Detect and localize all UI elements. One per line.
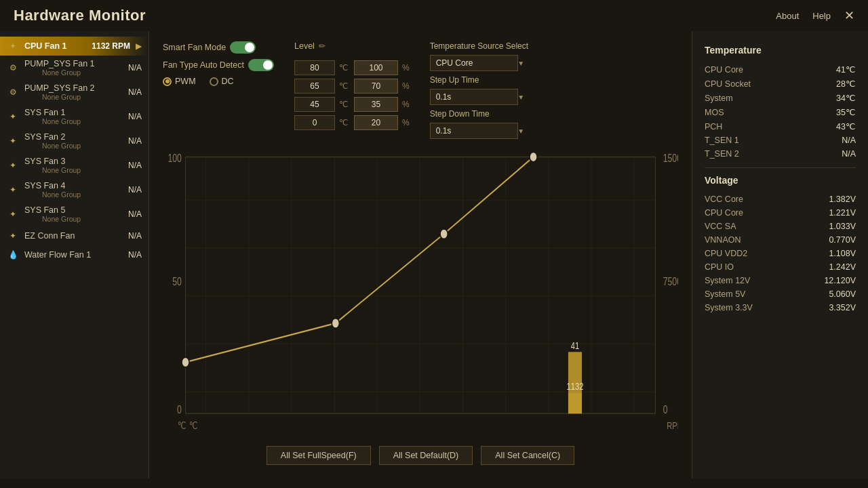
chart-point-0[interactable] bbox=[182, 357, 189, 367]
fan-speed: 1132 RPM bbox=[92, 41, 130, 51]
fan-speed: N/A bbox=[128, 185, 142, 195]
level-control-group: Level ✏ ℃%℃%℃%℃% bbox=[294, 41, 410, 130]
temp-key: CPU Socket bbox=[705, 79, 751, 89]
volt-val: 3.352V bbox=[829, 303, 856, 312]
svg-text:1132: 1132 bbox=[567, 381, 584, 392]
level-temp-unit-3: ℃ bbox=[339, 118, 350, 127]
step-up-select[interactable]: 0.1s0.2s0.5s1s bbox=[430, 89, 518, 105]
level-row-2: ℃% bbox=[294, 97, 410, 112]
fan-name: SYS Fan 5None Group bbox=[24, 205, 123, 223]
fan-type-toggle[interactable] bbox=[248, 59, 274, 71]
temp-key: System bbox=[705, 94, 733, 103]
toggle-knob bbox=[245, 43, 254, 52]
chart-svg: 100 50 0 ℃ 15000 7500 0 RPM ℃ bbox=[163, 152, 678, 439]
main-layout: ✦CPU Fan 11132 RPM▶⚙PUMP_SYS Fan 1None G… bbox=[0, 31, 868, 479]
pencil-icon[interactable]: ✏ bbox=[319, 41, 326, 51]
volt-row: CPU VDD21.108V bbox=[705, 247, 856, 260]
svg-text:0: 0 bbox=[663, 403, 668, 415]
chart-point-3[interactable] bbox=[530, 152, 537, 162]
svg-text:41: 41 bbox=[571, 340, 579, 351]
controls-row: Smart Fan Mode Fan Type Auto Detect bbox=[163, 41, 678, 139]
sidebar-item-ez-conn-fan[interactable]: ✦EZ Conn FanN/A bbox=[0, 226, 149, 245]
temp-val: 35℃ bbox=[836, 107, 856, 117]
volt-key: System 5V bbox=[705, 289, 745, 299]
temp-source-select-wrapper: CPU CoreCPU SocketSystemMOSPCH ▼ bbox=[430, 55, 528, 71]
dc-radio[interactable]: DC bbox=[210, 77, 234, 86]
sidebar-item-water-flow-fan-1[interactable]: 💧Water Flow Fan 1N/A bbox=[0, 245, 149, 264]
step-up-group: Step Up Time 0.1s0.2s0.5s1s ▼ bbox=[430, 75, 528, 105]
fan-speed: N/A bbox=[128, 112, 142, 121]
temp-key: PCH bbox=[705, 122, 722, 131]
chart-point-1[interactable] bbox=[332, 318, 339, 328]
level-pct-unit-3: % bbox=[402, 118, 410, 127]
close-button[interactable]: ✕ bbox=[844, 9, 854, 22]
level-pct-unit-0: % bbox=[402, 63, 410, 73]
svg-text:7500: 7500 bbox=[663, 275, 678, 287]
step-down-group: Step Down Time 0.1s0.2s0.5s1s ▼ bbox=[430, 109, 528, 139]
chart-point-2[interactable] bbox=[440, 229, 448, 239]
sidebar-item-cpu-fan-1[interactable]: ✦CPU Fan 11132 RPM▶ bbox=[0, 37, 149, 56]
volt-row: System 12V12.120V bbox=[705, 274, 856, 287]
level-temp-input-0[interactable] bbox=[294, 60, 335, 75]
help-link[interactable]: Help bbox=[812, 11, 831, 21]
pwm-radio[interactable]: PWM bbox=[163, 77, 196, 86]
center-content: Smart Fan Mode Fan Type Auto Detect bbox=[149, 31, 692, 479]
level-temp-input-1[interactable] bbox=[294, 79, 335, 94]
fan-speed: N/A bbox=[128, 209, 142, 219]
step-down-select[interactable]: 0.1s0.2s0.5s1s bbox=[430, 123, 518, 139]
svg-rect-13 bbox=[568, 393, 582, 413]
svg-text:50: 50 bbox=[172, 275, 182, 287]
sidebar-item-sys-fan-4[interactable]: ✦SYS Fan 4None GroupN/A bbox=[0, 178, 149, 202]
level-temp-input-2[interactable] bbox=[294, 97, 335, 112]
temp-source-select[interactable]: CPU CoreCPU SocketSystemMOSPCH bbox=[430, 55, 518, 71]
smart-fan-toggle[interactable] bbox=[230, 41, 256, 54]
temp-source-group: Temperature Source Select CPU CoreCPU So… bbox=[430, 41, 528, 139]
volt-val: 0.770V bbox=[829, 235, 856, 245]
volt-key: VNNAON bbox=[705, 235, 741, 245]
fan-name: SYS Fan 1None Group bbox=[24, 108, 123, 125]
level-temp-input-3[interactable] bbox=[294, 115, 335, 130]
rpm-arrow-icon: ▶ bbox=[136, 41, 142, 51]
about-link[interactable]: About bbox=[776, 11, 799, 21]
level-pct-input-1[interactable] bbox=[354, 79, 398, 94]
volt-key: CPU VDD2 bbox=[705, 249, 747, 258]
sidebar-item-sys-fan-3[interactable]: ✦SYS Fan 3None GroupN/A bbox=[0, 153, 149, 178]
volt-key: VCC Core bbox=[705, 195, 743, 204]
fan-name: SYS Fan 4None Group bbox=[24, 181, 123, 199]
fan-name: SYS Fan 2None Group bbox=[24, 132, 123, 150]
volt-val: 1.033V bbox=[829, 222, 856, 231]
level-temp-unit-1: ℃ bbox=[339, 81, 350, 91]
level-pct-input-3[interactable] bbox=[354, 115, 398, 130]
level-pct-input-2[interactable] bbox=[354, 97, 398, 112]
fan-icon: ⚙ bbox=[7, 86, 19, 98]
default-button[interactable]: All Set Default(D) bbox=[379, 446, 473, 465]
fan-name: PUMP_SYS Fan 2None Group bbox=[24, 83, 123, 101]
sidebar-item-pump-sys-fan-2[interactable]: ⚙PUMP_SYS Fan 2None GroupN/A bbox=[0, 80, 149, 104]
full-speed-button[interactable]: All Set FullSpeed(F) bbox=[267, 446, 371, 465]
volt-val: 5.060V bbox=[829, 289, 856, 299]
temp-row: CPU Socket28℃ bbox=[705, 77, 856, 91]
svg-text:100: 100 bbox=[167, 152, 181, 164]
level-row-1: ℃% bbox=[294, 79, 410, 94]
fan-name: Water Flow Fan 1 bbox=[24, 250, 123, 260]
level-pct-input-0[interactable] bbox=[354, 60, 398, 75]
svg-rect-1 bbox=[186, 157, 656, 414]
volt-val: 1.242V bbox=[829, 262, 856, 272]
sidebar-item-sys-fan-5[interactable]: ✦SYS Fan 5None GroupN/A bbox=[0, 202, 149, 226]
header-nav: About Help ✕ bbox=[776, 9, 854, 22]
level-temp-unit-2: ℃ bbox=[339, 100, 350, 109]
temp-row: T_SEN 1N/A bbox=[705, 134, 856, 147]
smart-fan-control-group: Smart Fan Mode Fan Type Auto Detect bbox=[163, 41, 274, 86]
fan-icon: ✦ bbox=[7, 159, 19, 171]
temp-val: 28℃ bbox=[836, 79, 856, 89]
temp-row: T_SEN 2N/A bbox=[705, 147, 856, 161]
sidebar-item-pump-sys-fan-1[interactable]: ⚙PUMP_SYS Fan 1None GroupN/A bbox=[0, 56, 149, 80]
voltage-section-title: Voltage bbox=[705, 175, 856, 186]
volt-key: CPU Core bbox=[705, 208, 743, 218]
svg-text:℃: ℃ bbox=[189, 420, 198, 431]
svg-text:0: 0 bbox=[177, 403, 182, 415]
sidebar-item-sys-fan-2[interactable]: ✦SYS Fan 2None GroupN/A bbox=[0, 129, 149, 153]
temp-val: 34℃ bbox=[836, 93, 856, 103]
sidebar-item-sys-fan-1[interactable]: ✦SYS Fan 1None GroupN/A bbox=[0, 104, 149, 129]
cancel-button[interactable]: All Set Cancel(C) bbox=[481, 446, 574, 465]
